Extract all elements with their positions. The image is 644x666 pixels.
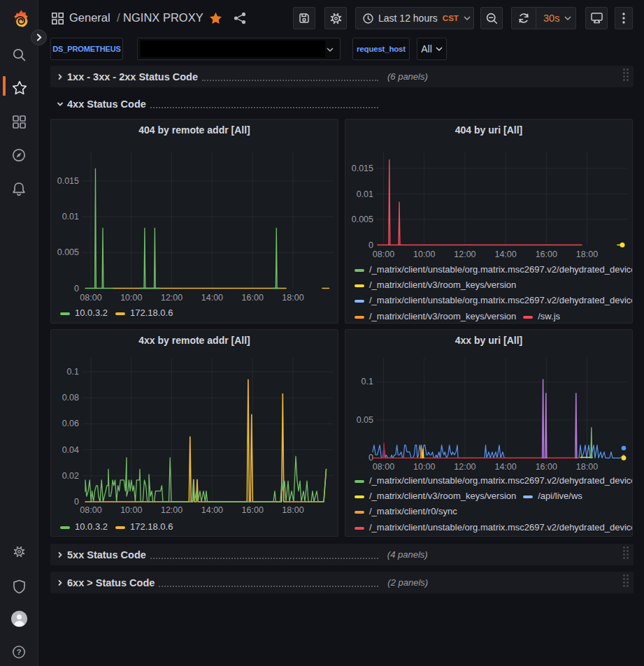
svg-text:14:00: 14:00: [494, 462, 516, 472]
svg-text:0.1: 0.1: [362, 377, 373, 386]
svg-text:0: 0: [74, 284, 79, 294]
svg-text:12:00: 12:00: [454, 462, 475, 472]
svg-text:18:00: 18:00: [282, 505, 303, 515]
svg-text:0.05: 0.05: [357, 415, 373, 425]
svg-text:0.015: 0.015: [352, 164, 373, 173]
svg-text:08:00: 08:00: [80, 293, 101, 303]
svg-text:16:00: 16:00: [242, 505, 264, 515]
svg-text:0: 0: [368, 240, 373, 250]
svg-text:12:00: 12:00: [454, 249, 475, 259]
svg-text:?: ?: [17, 648, 22, 656]
svg-text:0.08: 0.08: [62, 393, 79, 403]
svg-text:16:00: 16:00: [242, 293, 264, 303]
svg-text:0.04: 0.04: [62, 445, 79, 455]
svg-text:18:00: 18:00: [576, 462, 598, 472]
svg-text:10:00: 10:00: [413, 249, 435, 259]
svg-text:14:00: 14:00: [201, 293, 223, 303]
svg-text:14:00: 14:00: [201, 505, 223, 515]
svg-text:16:00: 16:00: [536, 249, 557, 259]
svg-text:0.015: 0.015: [57, 176, 79, 186]
svg-text:08:00: 08:00: [373, 462, 394, 472]
svg-text:0.1: 0.1: [67, 367, 79, 377]
svg-text:16:00: 16:00: [536, 462, 557, 472]
svg-text:0.02: 0.02: [62, 471, 79, 481]
svg-text:08:00: 08:00: [80, 505, 101, 515]
svg-text:0.06: 0.06: [62, 419, 79, 428]
svg-text:0.01: 0.01: [62, 212, 79, 222]
svg-text:10:00: 10:00: [413, 462, 435, 472]
svg-text:0: 0: [74, 497, 79, 507]
svg-text:10:00: 10:00: [120, 293, 142, 303]
svg-text:12:00: 12:00: [161, 293, 183, 303]
svg-text:10:00: 10:00: [120, 505, 142, 515]
svg-text:14:00: 14:00: [494, 249, 516, 259]
svg-text:08:00: 08:00: [373, 249, 394, 259]
svg-text:0.005: 0.005: [57, 247, 79, 257]
svg-text:0.01: 0.01: [357, 189, 373, 199]
svg-text:0.005: 0.005: [352, 215, 373, 224]
svg-text:12:00: 12:00: [161, 505, 183, 515]
svg-text:18:00: 18:00: [576, 249, 598, 259]
svg-text:18:00: 18:00: [282, 293, 303, 303]
